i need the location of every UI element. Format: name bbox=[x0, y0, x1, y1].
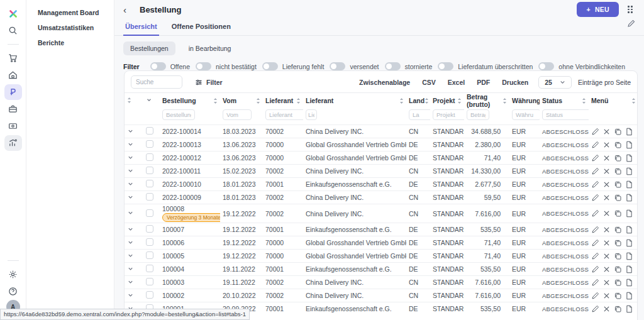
help-icon[interactable] bbox=[4, 284, 22, 299]
column-header[interactable]: Vom bbox=[220, 93, 263, 109]
pdf-icon[interactable] bbox=[625, 141, 633, 149]
copy-icon[interactable] bbox=[614, 128, 622, 136]
copy-icon[interactable] bbox=[614, 239, 622, 247]
sort-icon[interactable] bbox=[582, 97, 586, 104]
copy-icon[interactable] bbox=[614, 209, 622, 218]
edit-icon[interactable] bbox=[591, 194, 599, 202]
cash-icon[interactable] bbox=[4, 118, 22, 134]
row-expand-icon[interactable] bbox=[127, 292, 134, 299]
delete-icon[interactable] bbox=[602, 252, 611, 260]
tag-icon[interactable] bbox=[636, 239, 638, 247]
pdf-icon[interactable] bbox=[625, 292, 633, 300]
sort-icon[interactable] bbox=[502, 97, 507, 104]
sort-icon[interactable] bbox=[296, 97, 301, 104]
export-link[interactable]: Drucken bbox=[502, 79, 528, 86]
sidebar-item[interactable]: Management Board bbox=[38, 9, 109, 16]
pdf-icon[interactable] bbox=[625, 305, 633, 313]
column-filter-input[interactable] bbox=[409, 109, 430, 120]
delete-icon[interactable] bbox=[602, 128, 611, 136]
chart-icon[interactable] bbox=[4, 135, 22, 151]
home-icon[interactable] bbox=[4, 67, 22, 83]
search-input[interactable] bbox=[131, 75, 182, 89]
edit-icon[interactable] bbox=[591, 305, 599, 313]
copy-icon[interactable] bbox=[614, 292, 622, 300]
row-expand-icon[interactable] bbox=[127, 154, 134, 161]
edit-icon[interactable] bbox=[591, 292, 599, 300]
row-checkbox[interactable] bbox=[146, 265, 153, 272]
pdf-icon[interactable] bbox=[625, 226, 633, 234]
column-header[interactable]: Menü bbox=[589, 93, 638, 109]
pdf-icon[interactable] bbox=[625, 180, 633, 189]
select-all-header[interactable] bbox=[143, 93, 160, 109]
column-filter-input[interactable] bbox=[223, 109, 252, 120]
toggle-switch[interactable] bbox=[330, 62, 345, 70]
tag-icon[interactable] bbox=[636, 279, 638, 287]
copy-icon[interactable] bbox=[614, 194, 622, 202]
pdf-icon[interactable] bbox=[625, 194, 633, 202]
sort-icon[interactable] bbox=[213, 97, 218, 104]
row-expand-icon[interactable] bbox=[127, 265, 134, 272]
column-filter-input[interactable] bbox=[433, 109, 464, 120]
export-link[interactable]: Zwischenablage bbox=[359, 79, 410, 86]
copy-icon[interactable] bbox=[614, 167, 622, 175]
row-expand-icon[interactable] bbox=[127, 252, 134, 259]
tab[interactable]: Offene Positionen bbox=[170, 23, 233, 36]
tag-icon[interactable] bbox=[636, 305, 638, 313]
copy-icon[interactable] bbox=[614, 305, 622, 313]
sort-icon[interactable] bbox=[425, 97, 429, 104]
column-filter-input[interactable] bbox=[542, 109, 589, 120]
sort-icon[interactable] bbox=[631, 97, 636, 104]
row-expand-icon[interactable] bbox=[127, 167, 134, 174]
delete-icon[interactable] bbox=[602, 154, 611, 162]
edit-view-pencil-icon[interactable] bbox=[627, 19, 635, 33]
tag-icon[interactable] bbox=[636, 194, 638, 202]
expand-all-header[interactable] bbox=[125, 93, 143, 109]
segment-button[interactable]: Bestellungen bbox=[123, 41, 175, 55]
copy-icon[interactable] bbox=[614, 226, 622, 234]
xentral-logo-icon[interactable] bbox=[4, 6, 22, 21]
edit-icon[interactable] bbox=[591, 252, 599, 260]
delete-icon[interactable] bbox=[602, 292, 611, 300]
tag-icon[interactable] bbox=[636, 180, 638, 189]
purchase-icon[interactable] bbox=[4, 84, 22, 100]
toggle-switch[interactable] bbox=[196, 62, 211, 70]
sidebar-item[interactable]: Berichte bbox=[38, 39, 109, 47]
row-expand-icon[interactable] bbox=[127, 128, 134, 135]
row-expand-icon[interactable] bbox=[127, 194, 134, 201]
pdf-icon[interactable] bbox=[625, 209, 633, 218]
cart-icon[interactable] bbox=[4, 50, 22, 66]
column-header[interactable]: Bestellung bbox=[160, 93, 220, 109]
delete-icon[interactable] bbox=[602, 141, 611, 149]
column-header[interactable]: Betrag (brutto) bbox=[464, 93, 509, 109]
sort-icon[interactable] bbox=[399, 97, 404, 104]
column-filter-input[interactable] bbox=[162, 109, 195, 120]
row-checkbox[interactable] bbox=[146, 238, 153, 246]
row-checkbox[interactable] bbox=[146, 291, 153, 299]
sort-icon[interactable] bbox=[256, 97, 260, 104]
row-expand-icon[interactable] bbox=[127, 141, 134, 148]
sidebar-item[interactable]: Umsatzstatistiken bbox=[38, 24, 109, 31]
page-size-select[interactable]: 25 bbox=[538, 76, 572, 89]
tag-icon[interactable] bbox=[636, 226, 638, 234]
delete-icon[interactable] bbox=[602, 209, 611, 218]
column-filter-input[interactable] bbox=[265, 109, 303, 120]
row-checkbox[interactable] bbox=[146, 167, 153, 174]
copy-icon[interactable] bbox=[614, 154, 622, 162]
row-expand-icon[interactable] bbox=[127, 239, 134, 246]
export-link[interactable]: CSV bbox=[422, 79, 436, 86]
copy-icon[interactable] bbox=[614, 252, 622, 260]
edit-icon[interactable] bbox=[591, 154, 599, 162]
tag-icon[interactable] bbox=[636, 209, 638, 218]
tag-icon[interactable] bbox=[636, 292, 638, 300]
row-checkbox[interactable] bbox=[146, 278, 153, 285]
pdf-icon[interactable] bbox=[625, 167, 633, 175]
edit-icon[interactable] bbox=[591, 141, 599, 149]
pdf-icon[interactable] bbox=[625, 128, 633, 136]
edit-icon[interactable] bbox=[591, 180, 599, 189]
segment-button[interactable]: in Bearbeitung bbox=[182, 41, 238, 55]
delete-icon[interactable] bbox=[602, 305, 611, 313]
tag-icon[interactable] bbox=[636, 252, 638, 260]
tag-icon[interactable] bbox=[636, 128, 638, 136]
pdf-icon[interactable] bbox=[625, 239, 633, 247]
toggle-switch[interactable] bbox=[385, 62, 401, 70]
